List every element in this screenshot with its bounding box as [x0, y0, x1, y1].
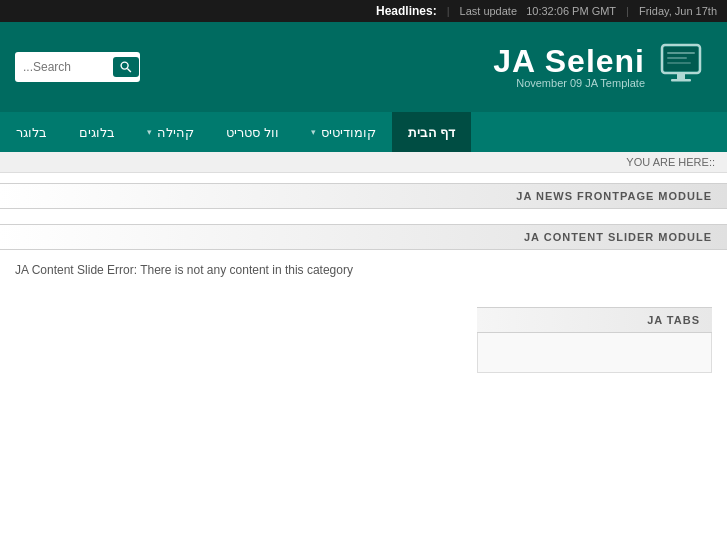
logo-title: JA Seleni	[493, 45, 645, 77]
logo-icon	[657, 43, 712, 92]
dropdown-arrow-community: ▾	[147, 127, 152, 137]
content-slider-error: JA Content Slide Error: There is not any…	[0, 258, 727, 282]
search-input[interactable]	[23, 60, 108, 74]
svg-rect-5	[671, 79, 691, 82]
svg-rect-6	[667, 52, 695, 54]
svg-point-0	[121, 62, 128, 69]
tabs-content	[477, 333, 712, 373]
bottom-section: JA TABS	[0, 297, 727, 497]
content-slider-module: JA CONTENT SLIDER MODULE JA Content Slid…	[0, 224, 727, 282]
nav-item-community[interactable]: קהילה ▾	[131, 112, 210, 152]
search-button[interactable]	[113, 57, 139, 77]
tabs-section: JA TABS	[477, 307, 712, 373]
svg-rect-8	[667, 62, 691, 64]
nav-item-blogs[interactable]: בלוגים	[63, 112, 131, 152]
dropdown-arrow-commodities: ▾	[311, 127, 316, 137]
date-display: Friday, Jun 17th	[639, 5, 717, 17]
nav-item-blogger[interactable]: בלוגר	[0, 112, 63, 152]
breadcrumb: YOU ARE HERE::	[0, 152, 727, 173]
svg-rect-7	[667, 57, 687, 59]
news-frontpage-header: JA NEWS FRONTPAGE MODULE	[0, 183, 727, 209]
headlines-label: Headlines:	[376, 4, 437, 18]
search-icon	[119, 60, 133, 74]
separator-1: |	[447, 5, 450, 17]
content-slider-header: JA CONTENT SLIDER MODULE	[0, 224, 727, 250]
svg-rect-4	[677, 73, 685, 79]
monitor-icon	[657, 43, 712, 88]
last-update-label: Last update 10:32:06 PM GMT	[460, 5, 617, 17]
logo-subtitle: November 09 JA Template	[493, 77, 645, 89]
svg-line-1	[127, 68, 130, 72]
main-content: JA NEWS FRONTPAGE MODULE JA CONTENT SLID…	[0, 173, 727, 507]
separator-2: |	[626, 5, 629, 17]
tabs-header: JA TABS	[477, 307, 712, 333]
search-box	[15, 52, 140, 82]
nav-item-commodities[interactable]: קומודיטיס ▾	[295, 112, 392, 152]
logo-area: JA Seleni November 09 JA Template	[493, 43, 712, 92]
nav-bar: דף הבית קומודיטיס ▾ וול סטריט קהילה ▾ בל…	[0, 112, 727, 152]
nav-item-wallstreet[interactable]: וול סטריט	[210, 112, 295, 152]
header: JA Seleni November 09 JA Template	[0, 22, 727, 112]
nav-item-home[interactable]: דף הבית	[392, 112, 472, 152]
top-bar: Headlines: | Last update 10:32:06 PM GMT…	[0, 0, 727, 22]
news-frontpage-module: JA NEWS FRONTPAGE MODULE	[0, 183, 727, 209]
logo-text: JA Seleni November 09 JA Template	[493, 45, 645, 89]
